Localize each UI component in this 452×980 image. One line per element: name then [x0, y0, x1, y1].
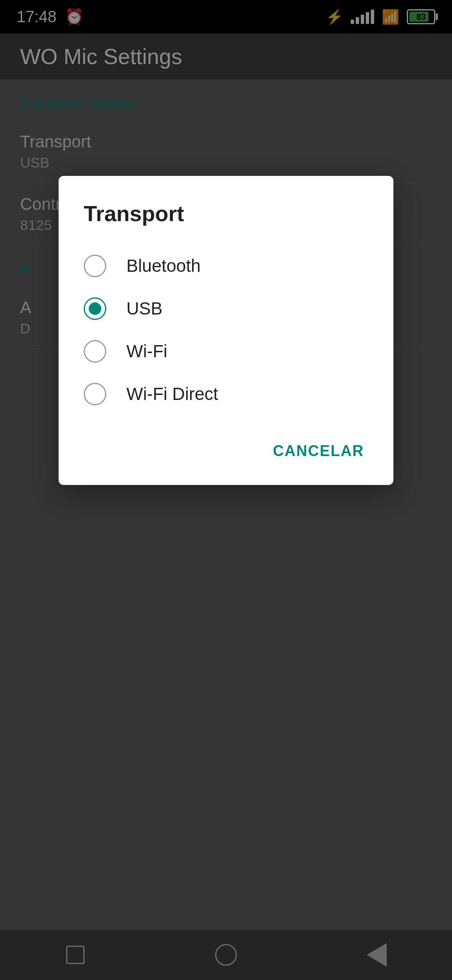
radio-circle-wifi[interactable]	[84, 340, 106, 363]
radio-label-usb: USB	[126, 299, 162, 319]
radio-inner-usb	[89, 302, 101, 315]
radio-label-wifi-direct: Wi-Fi Direct	[126, 384, 218, 404]
radio-circle-usb[interactable]	[84, 297, 106, 320]
dialog-actions: CANCELAR	[84, 434, 368, 468]
radio-circle-wifi-direct[interactable]	[84, 383, 106, 405]
radio-bluetooth[interactable]: Bluetooth	[84, 246, 368, 286]
radio-usb[interactable]: USB	[84, 289, 368, 328]
transport-radio-group: Bluetooth USB Wi-Fi Wi-Fi Direct	[84, 246, 368, 414]
dialog-overlay: Transport Bluetooth USB Wi-Fi	[0, 0, 452, 980]
radio-label-wifi: Wi-Fi	[126, 341, 167, 361]
cancel-button[interactable]: CANCELAR	[269, 434, 368, 468]
transport-dialog: Transport Bluetooth USB Wi-Fi	[59, 176, 393, 485]
radio-wifi-direct[interactable]: Wi-Fi Direct	[84, 374, 368, 414]
radio-wifi[interactable]: Wi-Fi	[84, 332, 368, 371]
radio-label-bluetooth: Bluetooth	[126, 256, 200, 276]
dialog-title: Transport	[84, 201, 368, 226]
radio-circle-bluetooth[interactable]	[84, 255, 106, 277]
